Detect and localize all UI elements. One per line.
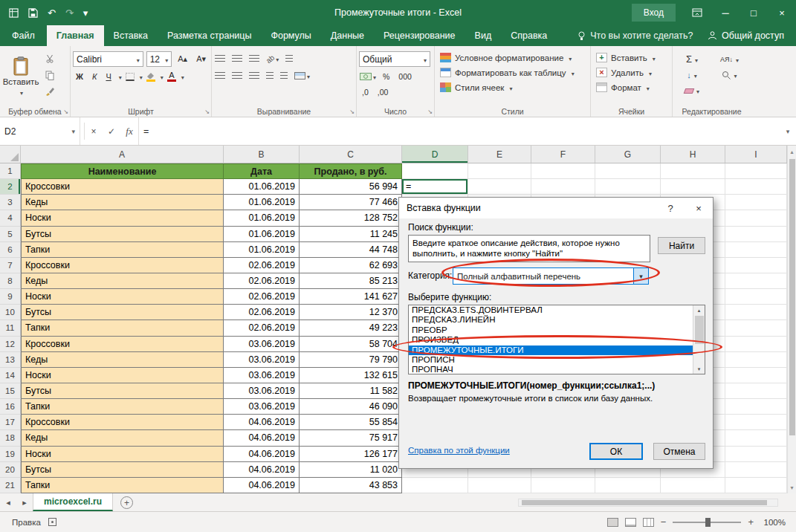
close-button[interactable]: ×: [768, 0, 796, 25]
function-item[interactable]: ПРЕОБР: [409, 325, 705, 335]
cell-I18[interactable]: [725, 430, 787, 446]
category-dropdown-arrow-icon[interactable]: ▾: [633, 268, 648, 284]
find-select-button[interactable]: [714, 69, 745, 81]
share-button[interactable]: Общий доступ: [708, 25, 796, 46]
cell-H21[interactable]: [661, 478, 725, 493]
list-scroll-up-icon[interactable]: ▴: [698, 305, 701, 315]
cell-C15[interactable]: 11 582: [300, 383, 402, 399]
cell-D1[interactable]: [402, 163, 468, 179]
row-header-14[interactable]: 14: [0, 368, 21, 383]
clear-dropdown-icon[interactable]: [695, 85, 699, 96]
tab-file[interactable]: Файл: [0, 25, 47, 46]
cell-I11[interactable]: [725, 320, 787, 336]
merge-center-icon[interactable]: [294, 70, 311, 82]
fill-color-icon[interactable]: [146, 71, 156, 82]
tab-view[interactable]: Вид: [465, 25, 502, 46]
cell-C18[interactable]: 75 917: [300, 430, 402, 446]
format-cells-button[interactable]: Формат: [593, 81, 670, 94]
sort-filter-button[interactable]: АЯ↓: [714, 53, 745, 65]
decrease-indent-icon[interactable]: [265, 71, 274, 80]
paste-dropdown-icon[interactable]: [19, 88, 23, 97]
number-format-select[interactable]: Общий: [359, 51, 430, 67]
cell-C10[interactable]: 12 370: [300, 305, 402, 320]
cell-I16[interactable]: [725, 399, 787, 415]
increase-indent-icon[interactable]: [279, 71, 288, 80]
cell-A3[interactable]: Кеды: [21, 195, 224, 210]
fill-dropdown-icon[interactable]: [693, 70, 697, 80]
zoom-out-icon[interactable]: −: [661, 516, 667, 528]
cell-F2[interactable]: [531, 179, 595, 195]
sort-filter-dropdown-icon[interactable]: [734, 54, 739, 65]
font-color-dropdown-icon[interactable]: [180, 71, 184, 82]
wrap-text-icon[interactable]: [285, 54, 294, 63]
align-middle-icon[interactable]: [231, 54, 243, 63]
select-all-corner[interactable]: [0, 146, 21, 163]
cell-C6[interactable]: 44 748: [300, 242, 402, 258]
cell-A6[interactable]: Тапки: [21, 242, 224, 258]
font-size-dropdown-icon[interactable]: [164, 54, 168, 65]
format-as-table-button[interactable]: Форматировать как таблицу: [437, 66, 588, 79]
column-header-G[interactable]: G: [595, 146, 661, 163]
vertical-scrollbar-thumb[interactable]: [789, 159, 795, 435]
font-name-dropdown-icon[interactable]: [135, 54, 140, 65]
row-header-20[interactable]: 20: [0, 462, 21, 478]
cell-B2[interactable]: 01.06.2019: [224, 179, 300, 195]
number-format-dropdown-icon[interactable]: [422, 54, 427, 65]
cell-I4[interactable]: [725, 210, 787, 226]
cell-A17[interactable]: Кроссовки: [21, 415, 224, 430]
cell-A16[interactable]: Тапки: [21, 399, 224, 415]
cancel-button[interactable]: Отмена: [653, 443, 705, 460]
cell-C9[interactable]: 141 627: [300, 289, 402, 305]
cell-B15[interactable]: 03.06.2019: [224, 383, 300, 399]
cell-C1[interactable]: Продано, в руб.: [300, 163, 402, 179]
cell-A1[interactable]: Наименование: [21, 163, 224, 179]
align-center-icon[interactable]: [231, 71, 243, 80]
row-header-15[interactable]: 15: [0, 383, 21, 399]
cell-C17[interactable]: 55 854: [300, 415, 402, 430]
cell-A14[interactable]: Носки: [21, 368, 224, 383]
cell-I14[interactable]: [725, 368, 787, 383]
cancel-formula-icon[interactable]: ×: [85, 126, 103, 137]
cell-A7[interactable]: Кроссовки: [21, 258, 224, 273]
cell-I15[interactable]: [725, 383, 787, 399]
excel-app-icon[interactable]: [9, 8, 19, 18]
tab-help[interactable]: Справка: [501, 25, 557, 46]
cell-I3[interactable]: [725, 195, 787, 210]
cell-I19[interactable]: [725, 447, 787, 462]
row-header-6[interactable]: 6: [0, 242, 21, 258]
borders-dropdown-icon[interactable]: [138, 71, 143, 82]
cell-E21[interactable]: [468, 478, 531, 493]
save-icon[interactable]: [28, 8, 38, 18]
function-item[interactable]: ПРОПНАЧ: [409, 365, 705, 374]
minimize-button[interactable]: ─: [711, 0, 740, 25]
font-size-select[interactable]: 12: [146, 51, 172, 67]
cell-I17[interactable]: [725, 415, 787, 430]
conditional-formatting-button[interactable]: Условное форматирование: [437, 51, 588, 64]
list-scroll-down-icon[interactable]: ▾: [698, 364, 701, 374]
cell-I8[interactable]: [725, 273, 787, 289]
cell-B8[interactable]: 02.06.2019: [224, 273, 300, 289]
paste-button[interactable]: Вставить: [2, 48, 39, 104]
row-header-17[interactable]: 17: [0, 415, 21, 430]
sheet-tab-microexcel[interactable]: microexcel.ru: [33, 493, 113, 511]
cell-B20[interactable]: 04.06.2019: [224, 462, 300, 478]
insert-function-icon[interactable]: fx: [120, 126, 138, 137]
decrease-font-size-icon[interactable]: А▾: [193, 53, 209, 65]
cell-H1[interactable]: [661, 163, 725, 179]
cell-B11[interactable]: 02.06.2019: [224, 320, 300, 336]
column-header-I[interactable]: I: [725, 146, 787, 163]
autosum-dropdown-icon[interactable]: [693, 54, 698, 65]
cell-C13[interactable]: 79 790: [300, 352, 402, 368]
row-header-19[interactable]: 19: [0, 447, 21, 462]
column-header-H[interactable]: H: [661, 146, 725, 163]
cell-C21[interactable]: 43 853: [300, 478, 402, 493]
cell-A18[interactable]: Кеды: [21, 430, 224, 446]
row-header-13[interactable]: 13: [0, 352, 21, 368]
row-header-1[interactable]: 1: [0, 163, 21, 179]
cell-B12[interactable]: 03.06.2019: [224, 337, 300, 352]
percent-style-icon[interactable]: %: [380, 71, 392, 82]
align-right-icon[interactable]: [248, 71, 260, 80]
formula-bar-expand-icon[interactable]: ▾: [780, 128, 796, 135]
cell-C12[interactable]: 58 704: [300, 337, 402, 352]
cell-A11[interactable]: Тапки: [21, 320, 224, 336]
